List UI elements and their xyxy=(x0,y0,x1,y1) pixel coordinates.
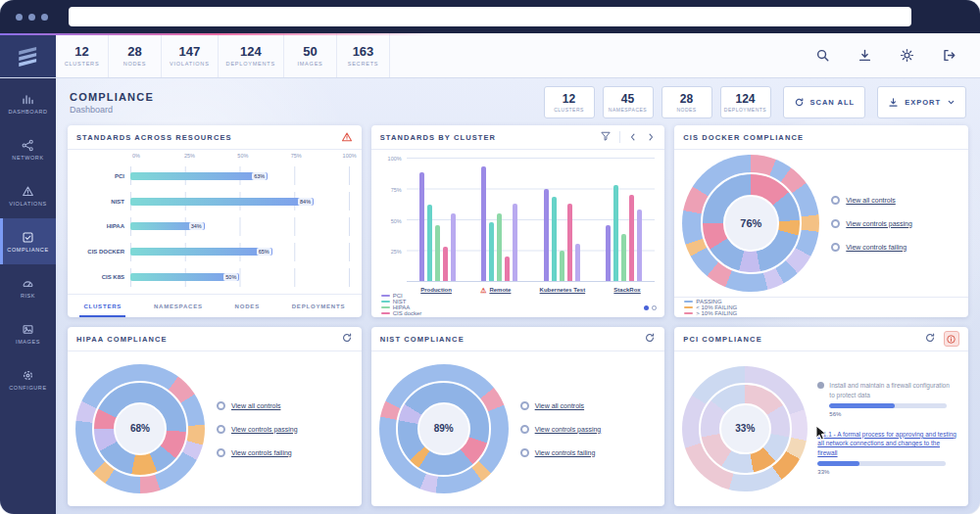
bar-NIST[interactable] xyxy=(613,185,618,281)
hbar-row[interactable]: CIS K8S 50% xyxy=(79,268,350,287)
bar-CIS K8s[interactable] xyxy=(637,210,642,281)
stat-images[interactable]: 50 IMAGES xyxy=(284,33,337,77)
bar-PCI[interactable] xyxy=(481,166,486,281)
refresh-icon[interactable] xyxy=(341,330,353,348)
stat-nodes[interactable]: 28 NODES xyxy=(109,33,162,77)
tile-namespaces[interactable]: 45 NAMESPACES xyxy=(603,86,654,118)
bar-PCI[interactable] xyxy=(419,172,424,281)
stat-clusters[interactable]: 12 CLUSTERS xyxy=(56,33,109,77)
pci-sunburst-chart[interactable]: 33% xyxy=(682,366,808,491)
mouse-cursor xyxy=(815,425,829,441)
hbar-row[interactable]: CIS DOCKER 65% xyxy=(79,243,350,261)
refresh-icon[interactable] xyxy=(924,330,936,348)
link-view-controls-passing[interactable]: View controls passing xyxy=(831,219,960,228)
bar-CIS docker[interactable] xyxy=(629,195,634,281)
bar-HIPAA[interactable] xyxy=(621,234,626,281)
link-view-all-controls[interactable]: View all controls xyxy=(217,401,354,410)
hbar-row[interactable]: NIST 84% xyxy=(79,192,350,210)
bar-PCI[interactable] xyxy=(544,189,549,282)
filter-icon[interactable] xyxy=(600,128,612,146)
tile-clusters[interactable]: 12 CLUSTERS xyxy=(544,86,595,118)
logout-icon[interactable] xyxy=(942,48,956,63)
sidebar-item-risk[interactable]: RISK xyxy=(0,264,56,310)
tile-nodes[interactable]: 28 NODES xyxy=(662,86,712,118)
window-dot[interactable] xyxy=(16,14,23,21)
window-dot[interactable] xyxy=(28,14,35,21)
list-bullet-icon xyxy=(831,243,840,252)
link-view-controls-failing[interactable]: View controls failing xyxy=(217,448,354,457)
browser-window: 12 CLUSTERS 28 NODES 147 VIOLATIONS 124 … xyxy=(0,0,980,514)
sidebar-item-dashboard[interactable]: DASHBOARD xyxy=(0,80,56,126)
refresh-icon[interactable] xyxy=(644,330,656,348)
cluster-link[interactable]: Production xyxy=(420,287,452,293)
chevron-left-icon[interactable] xyxy=(628,128,638,146)
tab-clusters[interactable]: CLUSTERS xyxy=(79,295,125,317)
warning-icon[interactable] xyxy=(341,131,353,143)
bar-CIS docker[interactable] xyxy=(505,257,510,281)
bar-NIST[interactable] xyxy=(489,222,494,281)
search-icon[interactable] xyxy=(815,48,830,63)
stat-label: NODES xyxy=(123,61,147,67)
stat-violations[interactable]: 147 VIOLATIONS xyxy=(162,33,219,77)
stat-label: VIOLATIONS xyxy=(170,61,210,67)
bar-CIS docker[interactable] xyxy=(443,247,448,281)
bar-CIS K8s[interactable] xyxy=(451,213,456,281)
cluster-link[interactable]: ⚠Remote xyxy=(480,287,511,294)
sidebar-item-configure[interactable]: CONFIGURE xyxy=(0,356,56,402)
link-view-all-controls[interactable]: View all controls xyxy=(831,196,960,205)
control-item[interactable]: Install and maintain a firewall configur… xyxy=(817,381,956,419)
bar-CIS docker[interactable] xyxy=(567,204,572,281)
breadcrumb: Dashboard xyxy=(70,105,154,115)
sidebar-item-network[interactable]: NETWORK xyxy=(0,126,56,172)
stat-deployments[interactable]: 124 DEPLOYMENTS xyxy=(219,33,284,77)
bar-NIST[interactable] xyxy=(427,205,432,281)
hipaa-sunburst-chart[interactable]: 68% xyxy=(75,364,205,493)
cluster-labels: Production⚠RemoteKubernetes TestStackRox xyxy=(407,282,656,298)
tab-deployments[interactable]: DEPLOYMENTS xyxy=(288,295,349,317)
bar-NIST[interactable] xyxy=(552,197,557,281)
pagination-dots[interactable] xyxy=(644,305,657,310)
risk-gauge-icon xyxy=(22,277,34,290)
tab-namespaces[interactable]: NAMESPACES xyxy=(150,295,207,317)
dashboard-grid: STANDARDS ACROSS RESOURCES 0%25%50%75%10… xyxy=(56,125,980,506)
card-title: PCI COMPLIANCE xyxy=(683,335,761,344)
theme-sun-icon[interactable] xyxy=(900,48,914,63)
card-title: CIS DOCKER COMPLIANCE xyxy=(683,133,804,142)
hbar-row[interactable]: PCI 63% xyxy=(79,166,350,185)
link-view-controls-passing[interactable]: View controls passing xyxy=(520,425,658,434)
control-item-link[interactable]: 1.1.1 - A formal process for approving a… xyxy=(817,430,956,477)
cluster-link[interactable]: Kubernetes Test xyxy=(540,287,586,293)
bar-CIS K8s[interactable] xyxy=(575,244,580,281)
link-view-all-controls[interactable]: View all controls xyxy=(520,401,658,410)
app-logo[interactable] xyxy=(0,33,56,77)
window-dot[interactable] xyxy=(41,14,48,21)
bar-HIPAA[interactable] xyxy=(560,251,564,282)
card-standards-by-cluster: STANDARDS BY CLUSTER xyxy=(371,125,665,317)
bar-PCI[interactable] xyxy=(606,225,611,281)
bar-CIS K8s[interactable] xyxy=(513,204,517,281)
link-view-controls-passing[interactable]: View controls passing xyxy=(217,425,354,434)
sidebar-item-images[interactable]: IMAGES xyxy=(0,310,56,356)
tile-deployments[interactable]: 124 DEPLOYMENTS xyxy=(720,86,771,118)
chevron-right-icon[interactable] xyxy=(646,128,656,146)
hbar-row[interactable]: HIPAA 34% xyxy=(79,217,350,236)
cluster-link[interactable]: StackRox xyxy=(613,287,640,293)
tab-nodes[interactable]: NODES xyxy=(231,295,264,317)
bar-HIPAA[interactable] xyxy=(435,225,440,281)
cis-docker-sunburst-chart[interactable]: 76% xyxy=(682,155,819,292)
sidebar-item-compliance[interactable]: COMPLIANCE xyxy=(0,218,56,264)
nist-sunburst-chart[interactable]: 89% xyxy=(379,364,509,493)
info-icon[interactable] xyxy=(944,331,959,347)
url-bar[interactable] xyxy=(69,7,911,26)
link-view-controls-failing[interactable]: View controls failing xyxy=(520,448,658,457)
bar-HIPAA[interactable] xyxy=(497,213,502,281)
scan-all-button[interactable]: SCAN ALL xyxy=(783,86,866,118)
stackrox-logo-icon xyxy=(16,43,41,69)
export-button[interactable]: EXPORT xyxy=(877,86,966,118)
stat-secrets[interactable]: 163 SECRETS xyxy=(337,33,390,77)
link-view-controls-failing[interactable]: View controls failing xyxy=(831,243,960,252)
sidebar-item-violations[interactable]: VIOLATIONS xyxy=(0,172,56,218)
y-axis-ticks: 100%75%50%25% xyxy=(381,158,407,282)
download-icon[interactable] xyxy=(858,48,872,63)
progress-value: 56% xyxy=(829,410,956,419)
